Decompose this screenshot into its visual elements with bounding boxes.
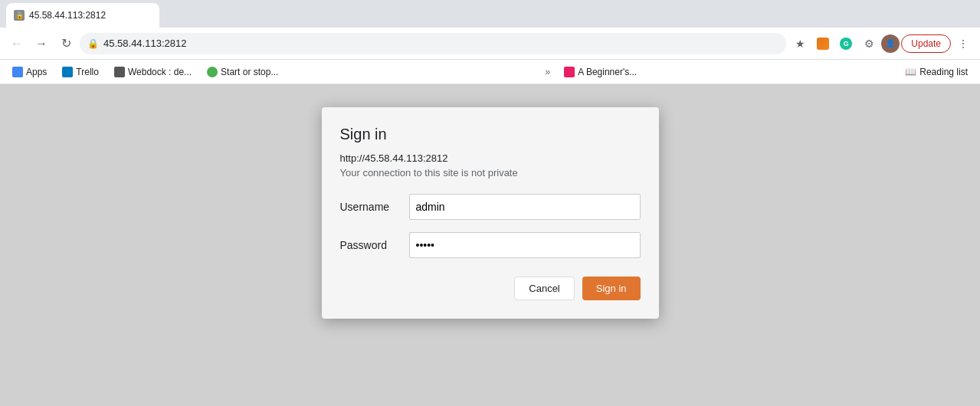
browser-frame: 🔒 45.58.44.113:2812 ← → ↻ 🔒 45.58.44.113…	[0, 0, 980, 406]
nav-bar: ← → ↻ 🔒 45.58.44.113:2812 ★ G ⚙ 👤 Update…	[0, 28, 980, 60]
dialog-actions: Cancel Sign in	[340, 277, 641, 300]
tab-title: 45.58.44.113:2812	[29, 10, 106, 21]
bookmark-start-stop-label: Start or stop...	[221, 67, 278, 77]
password-row: Password	[340, 232, 641, 258]
username-label: Username	[340, 201, 409, 213]
bookmark-star-button[interactable]: ★	[789, 33, 811, 54]
grammarly-icon: G	[840, 38, 852, 50]
cancel-button[interactable]: Cancel	[514, 277, 574, 300]
active-tab[interactable]: 🔒 45.58.44.113:2812	[6, 3, 159, 28]
bookmark-beginners[interactable]: A Beginner's...	[558, 64, 643, 80]
password-label: Password	[340, 239, 409, 251]
address-text: 45.58.44.113:2812	[103, 38, 186, 49]
bookmark-apps[interactable]: Apps	[6, 64, 53, 80]
signin-dialog: Sign in http://45.58.44.113:2812 Your co…	[322, 107, 659, 319]
lock-icon: 🔒	[87, 38, 99, 49]
address-bar[interactable]: 🔒 45.58.44.113:2812	[80, 33, 786, 54]
reading-list-label: Reading list	[919, 67, 968, 77]
metamask-extension-button[interactable]	[812, 33, 834, 54]
dialog-title: Sign in	[340, 126, 641, 143]
forward-button[interactable]: →	[31, 33, 52, 54]
page-content: Sign in http://45.58.44.113:2812 Your co…	[0, 84, 980, 406]
username-row: Username	[340, 194, 641, 220]
more-bookmarks-button[interactable]: »	[541, 64, 556, 80]
trello-favicon	[62, 67, 73, 77]
back-button[interactable]: ←	[6, 33, 28, 54]
tab-bar: 🔒 45.58.44.113:2812	[0, 0, 980, 28]
metamask-icon	[817, 38, 829, 50]
signin-button[interactable]: Sign in	[582, 277, 641, 300]
bookmark-start-stop[interactable]: Start or stop...	[201, 64, 284, 80]
profile-avatar[interactable]: 👤	[881, 34, 900, 53]
nav-icons: ★ G ⚙ 👤 Update ⋮	[789, 33, 974, 54]
reading-list-icon: 📖	[905, 67, 916, 77]
beginners-favicon	[564, 67, 575, 77]
dialog-warning: Your connection to this site is not priv…	[340, 167, 641, 178]
reading-list-button[interactable]: 📖 Reading list	[899, 64, 974, 80]
bookmark-trello-label: Trello	[76, 67, 99, 77]
tab-favicon: 🔒	[14, 10, 25, 21]
bookmark-apps-label: Apps	[26, 67, 47, 77]
update-button[interactable]: Update	[901, 34, 951, 53]
username-input[interactable]	[409, 194, 641, 220]
dialog-url: http://45.58.44.113:2812	[340, 152, 641, 164]
extensions-button[interactable]: ⚙	[858, 33, 880, 54]
bookmark-trello[interactable]: Trello	[56, 64, 105, 80]
bookmark-beginners-label: A Beginner's...	[578, 67, 637, 77]
grammarly-extension-button[interactable]: G	[835, 33, 857, 54]
bookmarks-bar: Apps Trello Webdock : de... Start or sto…	[0, 60, 980, 84]
more-bookmarks-label: »	[546, 67, 551, 77]
bookmark-webdock-label: Webdock : de...	[128, 67, 192, 77]
webdock-favicon	[114, 67, 125, 77]
password-input[interactable]	[409, 232, 641, 258]
bookmark-webdock[interactable]: Webdock : de...	[108, 64, 198, 80]
apps-favicon	[12, 67, 23, 77]
start-stop-favicon	[207, 67, 218, 77]
chrome-menu-button[interactable]: ⋮	[952, 33, 974, 54]
reload-button[interactable]: ↻	[55, 33, 77, 54]
